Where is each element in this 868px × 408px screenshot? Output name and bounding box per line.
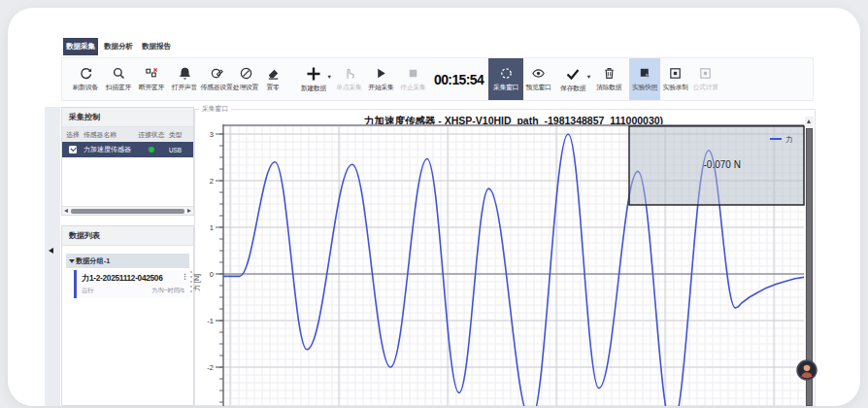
svg-text:2: 2 xyxy=(210,177,214,186)
sensor-name: 力加速度传感器 xyxy=(83,145,134,154)
record-icon xyxy=(668,66,683,81)
sensor-table-header: 选择 传感器名称 连接状态 类型 xyxy=(62,127,193,142)
assistant-avatar[interactable] xyxy=(796,359,818,385)
sensor-type: USB xyxy=(169,147,192,153)
status-dot xyxy=(149,147,154,153)
preview-window-button[interactable]: 预览窗口 xyxy=(523,58,553,100)
tab-data-analysis[interactable]: 数据分析 xyxy=(101,38,136,55)
snapshot-icon xyxy=(638,66,652,81)
svg-text:-2: -2 xyxy=(207,363,214,372)
scan-bluetooth-button[interactable]: 扫描蓝牙 xyxy=(102,58,135,100)
hand-point-icon xyxy=(342,66,356,81)
scroll-left-arrow[interactable] xyxy=(64,209,68,213)
sensor-checkbox[interactable] xyxy=(69,146,77,153)
clear-data-button[interactable]: 清除数据 xyxy=(592,58,625,100)
dropdown-caret-icon[interactable]: ▼ xyxy=(586,74,591,80)
search-icon xyxy=(112,66,126,81)
formula-calc-button[interactable]: 公式计算 xyxy=(690,58,720,100)
sensor-row[interactable]: 力加速度传感器 USB xyxy=(62,142,193,157)
new-data-button[interactable]: ▼ 新建数据 xyxy=(294,58,333,100)
data-list-panel: 数据列表 数据分组-1 力1-2-20251112-042506 ⋮ 运行 力/… xyxy=(61,225,194,406)
scrollbar-thumb[interactable] xyxy=(71,209,184,214)
disconnect-bluetooth-button[interactable]: 断开蓝牙 xyxy=(135,58,168,100)
sound-button[interactable]: 打开声音 xyxy=(168,58,201,100)
collection-window-frame-label: 采集窗口 xyxy=(199,104,231,114)
formula-icon xyxy=(698,66,713,81)
experiment-snapshot-button[interactable]: 实验快照 xyxy=(629,58,660,100)
refresh-devices-button[interactable]: 刷新设备 xyxy=(69,58,102,100)
collection-control-panel: 采集控制 选择 传感器名称 连接状态 类型 力加速度传感器 USB xyxy=(61,107,194,216)
data-group-row[interactable]: 数据分组-1 xyxy=(66,254,189,268)
main-tabs: 数据采集 数据分析 数据报告 xyxy=(63,38,174,55)
check-icon xyxy=(565,66,581,82)
data-item-axes: 力/N~时间/s xyxy=(151,287,184,295)
stop-icon xyxy=(406,66,420,81)
experiment-record-button[interactable]: 实验录制 xyxy=(660,58,690,100)
dropdown-caret-icon[interactable]: ▼ xyxy=(327,74,332,80)
trash-icon xyxy=(602,66,617,81)
refresh-icon xyxy=(79,66,93,81)
sensor-settings-icon xyxy=(210,66,224,81)
waveform-chart: 3210-1-2-0.070 N力 xyxy=(194,124,806,406)
legend-label: 力 xyxy=(785,135,793,144)
scroll-right-arrow[interactable] xyxy=(187,209,191,213)
scroll-up-arrow[interactable] xyxy=(807,119,811,123)
process-settings-button[interactable]: 处理设置 xyxy=(232,58,259,100)
sensor-settings-button[interactable]: 传感器设置 xyxy=(201,58,232,100)
bluetooth-disconnect-icon xyxy=(145,66,159,81)
toolbar: 刷新设备 扫描蓝牙 断开蓝牙 打开声音 传感器设置 处理设置 置零 xyxy=(61,57,814,101)
stop-collection-button[interactable]: 停止采集 xyxy=(397,58,429,100)
tab-data-report[interactable]: 数据报告 xyxy=(139,38,174,55)
dashed-circle-icon xyxy=(499,66,514,81)
panel-title: 数据列表 xyxy=(62,226,193,246)
expand-triangle-icon xyxy=(69,259,75,263)
avatar-icon xyxy=(796,359,818,381)
collection-window-button[interactable]: 采集窗口 xyxy=(488,58,523,100)
bell-icon xyxy=(178,66,192,81)
sidebar-collapse-strip[interactable] xyxy=(45,107,60,406)
data-item-title: 力1-2-20251112-042506 xyxy=(82,273,184,284)
eye-icon xyxy=(531,66,546,81)
data-item-status: 运行 xyxy=(82,287,94,295)
svg-text:0: 0 xyxy=(210,270,214,279)
svg-text:-1: -1 xyxy=(207,317,214,325)
start-collection-button[interactable]: 开始采集 xyxy=(365,58,397,100)
compass-icon xyxy=(239,66,253,81)
app-window: 数据采集 数据分析 数据报告 刷新设备 扫描蓝牙 断开蓝牙 打开声音 传感器设置… xyxy=(8,8,860,406)
collection-timer: 00:15:54 xyxy=(434,72,484,87)
svg-text:3: 3 xyxy=(210,130,214,139)
horizontal-scrollbar[interactable] xyxy=(62,206,193,215)
panel-title: 采集控制 xyxy=(62,108,193,127)
annotation-value: -0.070 N xyxy=(704,159,741,170)
plus-icon xyxy=(306,66,321,82)
item-menu-icon[interactable]: ⋮ xyxy=(182,273,188,281)
zero-button[interactable]: 置零 xyxy=(259,58,286,100)
svg-text:1: 1 xyxy=(210,223,214,232)
data-item[interactable]: 力1-2-20251112-042506 ⋮ 运行 力/N~时间/s xyxy=(74,270,189,298)
single-point-button[interactable]: 单点采集 xyxy=(333,58,365,100)
eraser-icon xyxy=(266,66,281,81)
play-icon xyxy=(374,66,388,81)
collapse-arrow-icon xyxy=(49,248,53,254)
tab-data-collection[interactable]: 数据采集 xyxy=(63,38,98,55)
save-data-button[interactable]: ▼ 保存数据 xyxy=(553,58,592,100)
